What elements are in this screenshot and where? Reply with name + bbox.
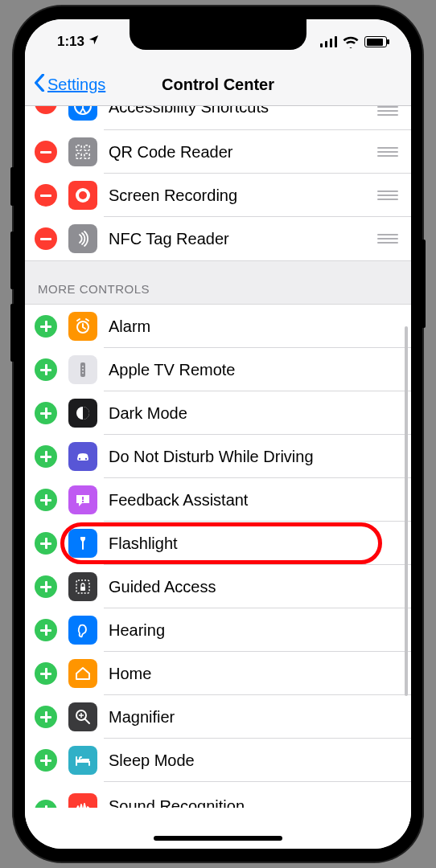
darkmode-icon (68, 399, 97, 428)
status-time: 1:13 (57, 34, 84, 50)
back-label: Settings (47, 76, 105, 94)
sound-icon (68, 793, 97, 808)
row-label: Flashlight (109, 534, 398, 553)
nfc-icon (68, 224, 97, 253)
row-label: Feedback Assistant (109, 491, 398, 510)
feedback-icon (68, 485, 97, 514)
add-button[interactable] (35, 315, 57, 338)
remove-button[interactable] (35, 141, 57, 163)
bed-icon (68, 746, 97, 775)
svg-point-7 (79, 191, 87, 199)
svg-point-11 (82, 369, 84, 371)
flashlight-icon (68, 529, 97, 558)
list-item: Magnifier (25, 695, 411, 739)
svg-rect-3 (84, 145, 89, 150)
add-button[interactable] (35, 402, 57, 424)
add-button[interactable] (35, 619, 57, 641)
list-item: Accessibility Shortcuts (25, 106, 411, 130)
wifi-icon (343, 36, 359, 48)
list-item: Feedback Assistant (25, 478, 411, 522)
row-label: Do Not Disturb While Driving (109, 448, 398, 466)
list-item: Sound Recognition (25, 782, 411, 808)
row-label: Screen Recording (109, 186, 377, 205)
list-item: Guided Access (25, 565, 411, 608)
drag-handle-icon[interactable] (377, 147, 398, 157)
list-item: Alarm (25, 305, 411, 348)
svg-point-14 (79, 458, 80, 460)
volume-up-button (10, 231, 14, 289)
row-label: NFC Tag Reader (109, 230, 377, 248)
notch (130, 19, 306, 50)
add-button[interactable] (35, 575, 57, 598)
drag-handle-icon[interactable] (377, 234, 398, 244)
svg-rect-16 (82, 497, 84, 500)
ear-icon (68, 616, 97, 645)
car-icon (68, 442, 97, 471)
volume-down-button (10, 304, 14, 362)
row-label: Sound Recognition (109, 797, 398, 808)
row-label: QR Code Reader (109, 143, 377, 162)
add-button[interactable] (35, 662, 57, 685)
section-header-more: MORE CONTROLS (25, 260, 411, 305)
svg-rect-21 (81, 759, 89, 762)
lock-icon (68, 572, 97, 601)
remove-button[interactable] (35, 227, 57, 250)
chevron-left-icon (33, 74, 46, 96)
list-item: Hearing (25, 608, 411, 652)
add-button[interactable] (35, 532, 57, 555)
svg-rect-2 (76, 145, 81, 150)
alarm-icon (68, 312, 97, 341)
row-label: Accessibility Shortcuts (109, 106, 377, 117)
svg-point-10 (82, 366, 84, 367)
screen: 1:13 Settings Control Center (25, 19, 411, 849)
drag-handle-icon[interactable] (377, 106, 398, 116)
row-label: Alarm (109, 317, 398, 336)
location-services-icon (88, 34, 100, 50)
battery-icon (364, 36, 387, 47)
home-indicator[interactable] (154, 836, 282, 841)
row-label: Hearing (109, 621, 398, 640)
svg-rect-5 (84, 154, 89, 158)
list-item: Home (25, 652, 411, 695)
list-item: Dark Mode (25, 391, 411, 435)
row-label: Apple TV Remote (109, 361, 398, 379)
record-icon (68, 181, 97, 210)
list-item: Sleep Mode (25, 739, 411, 782)
list-item: NFC Tag Reader (25, 217, 411, 260)
list-item: Screen Recording (25, 174, 411, 217)
row-label: Home (109, 665, 398, 683)
tvremote-icon (68, 355, 97, 384)
remove-button[interactable] (35, 184, 57, 207)
back-button[interactable]: Settings (33, 74, 105, 96)
add-button[interactable] (35, 358, 57, 381)
svg-rect-19 (80, 587, 85, 591)
drag-handle-icon[interactable] (377, 190, 398, 200)
add-button[interactable] (35, 489, 57, 511)
home-icon (68, 659, 97, 688)
row-label: Sleep Mode (109, 751, 398, 770)
svg-point-12 (82, 372, 84, 374)
add-button[interactable] (35, 445, 57, 468)
add-button[interactable] (35, 706, 57, 728)
accessibility-icon (68, 106, 97, 121)
content-scrollview[interactable]: Accessibility Shortcuts QR Code Reader S… (25, 106, 411, 849)
list-item-flashlight: Flashlight (25, 522, 411, 565)
list-item: Apple TV Remote (25, 348, 411, 391)
add-button[interactable] (35, 749, 57, 772)
side-button (10, 167, 14, 206)
row-label: Magnifier (109, 708, 398, 727)
power-button (422, 240, 426, 328)
row-label: Guided Access (109, 578, 398, 596)
cellular-signal-icon (320, 36, 338, 47)
scroll-indicator (405, 326, 408, 696)
svg-rect-4 (76, 154, 81, 158)
svg-point-15 (85, 458, 87, 460)
remove-button[interactable] (35, 106, 57, 114)
navigation-bar: Settings Control Center (25, 64, 411, 106)
device-frame: 1:13 Settings Control Center (14, 6, 422, 862)
add-button[interactable] (35, 800, 57, 808)
svg-rect-17 (82, 501, 84, 502)
row-label: Dark Mode (109, 404, 398, 423)
qrcode-icon (68, 137, 97, 166)
list-item: QR Code Reader (25, 130, 411, 174)
